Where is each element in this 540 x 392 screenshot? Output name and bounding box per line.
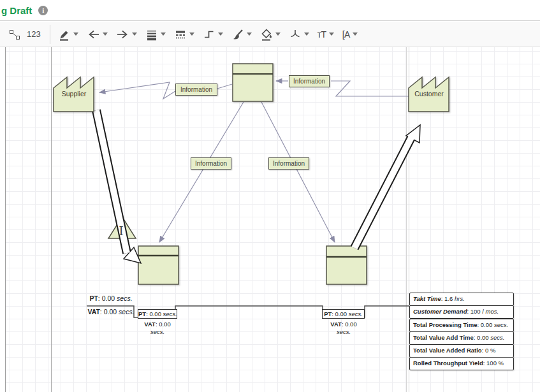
fill-color-button[interactable] <box>260 28 281 41</box>
numbering-button[interactable]: 123 <box>27 29 41 39</box>
info-edge-to-process1[interactable] <box>159 102 244 242</box>
arrow-start-button[interactable] <box>87 28 108 41</box>
chevron-down-icon <box>329 33 334 36</box>
chevron-down-icon <box>103 33 108 36</box>
chevron-down-icon <box>73 33 78 36</box>
line-color-button[interactable] <box>58 28 78 41</box>
shipment-arrow-process2-to-customer[interactable] <box>354 125 420 248</box>
chevron-down-icon <box>304 33 309 36</box>
summary-row-customer-demand[interactable]: Customer Demand: 100 / mos. <box>409 305 514 319</box>
line-jump-icon <box>289 28 302 41</box>
line-width-icon <box>145 28 158 41</box>
timeline-vat-1: VAT: 0.00 secs. <box>80 308 142 316</box>
line-style-button[interactable] <box>174 28 194 41</box>
timeline-pt-1: PT: 0.00 secs. <box>84 294 138 302</box>
information-label-3[interactable]: Information <box>191 157 231 170</box>
process-box-2[interactable] <box>326 246 367 284</box>
pencil-icon <box>58 28 71 41</box>
line-jump-button[interactable] <box>289 28 309 41</box>
summary-row-total-value-added-ratio[interactable]: Total Value Added Ratio: 0 % <box>409 344 514 358</box>
timeline-pt-2: PT: 0.00 secs. <box>138 309 177 319</box>
information-label-2[interactable]: Information <box>289 75 330 87</box>
timeline-vat-3: VAT: 0.00 secs. <box>317 321 370 336</box>
summary-row-rolled-throughput-yield[interactable]: Rolled Throughput Yield: 100 % <box>409 357 514 370</box>
font-size-button[interactable]: тT <box>317 29 334 40</box>
text-format-icon: [A <box>342 29 350 40</box>
connector-style-button[interactable] <box>203 28 223 41</box>
timeline-pt-3: PT: 0.00 secs. <box>322 309 365 319</box>
waypoints-icon <box>8 28 21 41</box>
line-style-icon <box>174 28 187 41</box>
brush-icon <box>231 28 244 41</box>
line-width-button[interactable] <box>145 28 166 41</box>
arrow-right-icon <box>116 28 129 41</box>
elbow-connector-icon <box>203 28 215 41</box>
font-size-icon: тT <box>317 29 326 40</box>
chevron-down-icon <box>161 33 166 36</box>
arrow-end-button[interactable] <box>116 28 137 41</box>
page-title: g Draft <box>1 5 32 16</box>
chevron-down-icon <box>189 33 194 36</box>
information-flow-edges[interactable] <box>99 81 409 242</box>
customer-factory-shape[interactable] <box>409 77 449 112</box>
app-window: g Draft i 123 <box>0 0 540 392</box>
style-brush-button[interactable] <box>231 28 252 41</box>
header-bar: g Draft i <box>0 0 540 21</box>
information-label-1[interactable]: Information <box>175 83 217 96</box>
info-edge-to-supplier[interactable] <box>99 82 175 99</box>
production-control-box[interactable] <box>233 64 273 101</box>
toolbar: 123 <box>0 22 540 47</box>
chevron-down-icon <box>247 33 252 36</box>
waypoints-button[interactable] <box>8 28 21 41</box>
information-label-4[interactable]: Information <box>268 157 309 170</box>
info-icon[interactable]: i <box>38 6 48 15</box>
summary-row-total-processing-time[interactable]: Total Processing Time: 0.00 secs. <box>409 319 514 332</box>
inventory-symbol: I <box>119 224 123 238</box>
diagram-canvas[interactable]: I Supplier Customer Information Informat… <box>0 47 540 392</box>
info-edge-to-process2[interactable] <box>261 102 335 242</box>
supplier-factory-shape[interactable] <box>54 77 94 112</box>
process-box-1[interactable] <box>138 246 179 284</box>
info-edge-from-control[interactable] <box>217 84 232 89</box>
toolbar-divider <box>50 25 50 44</box>
chevron-down-icon <box>275 33 281 36</box>
chevron-down-icon <box>218 33 223 36</box>
text-format-button[interactable]: [A <box>342 29 358 40</box>
chevron-down-icon <box>132 33 137 36</box>
shipment-arrow-supplier-to-process1[interactable] <box>96 110 141 263</box>
info-edge-from-customer[interactable] <box>331 81 409 96</box>
summary-row-total-value-add-time[interactable]: Total Value Add Time: 0.00 secs. <box>409 331 514 345</box>
arrow-left-icon <box>87 28 100 41</box>
paint-bucket-icon <box>260 28 273 41</box>
summary-row-takt-time[interactable]: Takt Time: 1.6 hrs. <box>409 293 514 306</box>
timeline-vat-2: VAT: 0.00 secs. <box>131 321 184 336</box>
chevron-down-icon <box>353 33 358 36</box>
